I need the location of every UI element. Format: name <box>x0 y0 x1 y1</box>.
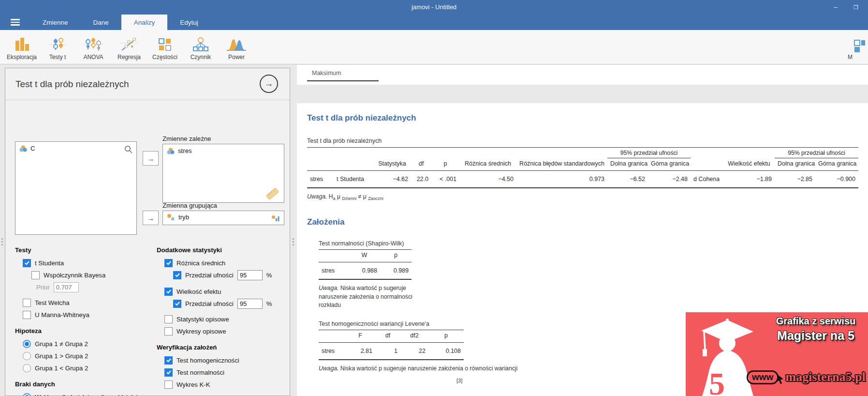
col-header: df2 <box>400 330 428 343</box>
radio-icon[interactable] <box>23 393 31 396</box>
section-title-dodatkowe: Dodatkowe statystyki <box>157 246 286 254</box>
watermark-domain: magisterna5.pl <box>785 370 865 384</box>
analysis-options-panel: Test t dla prób niezależnych → C → Zmien… <box>5 68 290 396</box>
normality-table-caption: Test normalności (Shapiro-Wilk) <box>319 240 424 247</box>
assign-grouping-button[interactable]: → <box>143 211 159 225</box>
radio-grupa-not-equal[interactable]: Grupa 1 ≠ Grupa 2 <box>23 338 149 350</box>
watermark-graphic: 5 Grafika z serwisu Magister na 5 www ma… <box>686 312 868 396</box>
normality-table: Test normalności (Shapiro-Wilk) W p stre… <box>319 240 424 310</box>
section-title-tests: Testy <box>15 246 149 254</box>
col-header: Dolna granica <box>607 158 648 171</box>
checkbox-icon[interactable] <box>164 315 173 323</box>
power-icon <box>226 34 247 53</box>
checkbox-icon[interactable] <box>23 259 31 267</box>
modules-icon <box>848 34 865 53</box>
list-item[interactable]: stres <box>163 144 284 157</box>
normality-table-note: Uwaga. Niska wartość p sugeruje naruszen… <box>319 284 424 310</box>
left-splitter-handle[interactable] <box>1 238 3 245</box>
ribbon-item-power[interactable]: Power <box>219 32 254 61</box>
anova-icon <box>84 34 103 53</box>
checkbox-icon[interactable] <box>164 356 173 365</box>
checkbox-icon[interactable] <box>164 259 173 267</box>
checkbox-wykresy-opisowe[interactable]: Wykresy opisowe <box>164 325 286 337</box>
checkbox-wykres-kk[interactable]: Wykres K-K <box>164 379 286 390</box>
checkbox-statystyki-opisowe[interactable]: Statystyki opisowe <box>164 313 286 325</box>
radio-grupa-less[interactable]: Grupa 1 < Grupa 2 <box>23 362 149 374</box>
ribbon-item-testy-t[interactable]: Testy t <box>40 32 75 61</box>
collapse-panel-button[interactable]: → <box>260 75 278 93</box>
maximize-button[interactable]: ❐ <box>849 2 863 13</box>
checkbox-icon[interactable] <box>23 299 31 307</box>
table-row: stres t Studenta −4.62 22.0 < .001 −4.50… <box>307 171 858 188</box>
prior-row: Prior <box>36 281 149 293</box>
row-variable: stres <box>307 171 334 188</box>
checkbox-test-normalnosci[interactable]: Test normalności <box>164 366 286 378</box>
checkbox-t-studenta[interactable]: t Studenta <box>23 257 149 269</box>
checkbox-icon[interactable] <box>164 368 173 377</box>
checkbox-przedzial-ufnosci-1[interactable]: Przedział ufności % <box>173 269 286 281</box>
title-bar: jamovi - Untitled – ❐ <box>0 0 868 15</box>
tab-edytuj[interactable]: Edytuj <box>167 15 211 30</box>
footnote-marker: [3] <box>456 378 462 383</box>
checkbox-icon[interactable] <box>164 288 173 296</box>
tab-zmienne[interactable]: Zmienne <box>30 15 81 30</box>
assumptions-heading: Założenia <box>307 217 344 227</box>
cell-ci-upper: −2.48 <box>648 171 691 188</box>
hamburger-menu-icon[interactable] <box>0 15 30 30</box>
checkbox-icon[interactable] <box>31 271 40 279</box>
panel-splitter-handle[interactable] <box>293 238 294 245</box>
ribbon-item-modules-clipped[interactable]: M <box>848 32 868 61</box>
ribbon-item-czestosci[interactable]: Częstości <box>147 32 183 61</box>
ttest-table-note: Uwaga. Ha μ Dzienni ≠ μ Zaoczni <box>307 193 858 201</box>
radio-icon[interactable] <box>23 340 31 348</box>
cell-p: < .001 <box>431 171 459 188</box>
radio-icon[interactable] <box>23 364 31 372</box>
checkbox-icon[interactable] <box>23 311 31 319</box>
col-header: df <box>375 330 400 343</box>
radio-wyklucz-oddzielnie[interactable]: Wyklucz dla każdej analizy oddzielnie <box>23 391 149 396</box>
tab-analizy[interactable]: Analizy <box>121 15 168 30</box>
ci-spanner-1: 95% przedział ufności <box>607 148 691 158</box>
checkbox-test-homogenicznosci[interactable]: Test homogeniczności <box>164 354 286 366</box>
radio-icon[interactable] <box>23 352 31 360</box>
checkbox-test-welcha[interactable]: Test Welcha <box>23 297 149 308</box>
checkbox-wielkosc-efektu[interactable]: Wielkość efektu <box>164 286 286 297</box>
bar-chart-icon <box>13 34 30 53</box>
checkbox-roznica-srednich[interactable]: Różnica średnich <box>164 257 286 269</box>
assign-dependent-button[interactable]: → <box>143 151 159 166</box>
list-item[interactable]: C <box>15 142 136 155</box>
ribbon-item-anova[interactable]: ANOVA <box>75 32 111 61</box>
tab-dane[interactable]: Dane <box>81 15 121 30</box>
checkbox-u-manna-whitneya[interactable]: U Manna-Whitneya <box>23 309 149 320</box>
regression-icon <box>120 34 138 53</box>
ci-input-1[interactable] <box>237 270 263 280</box>
checkbox-icon[interactable] <box>164 327 173 335</box>
col-header: p <box>428 330 464 343</box>
grouping-variable-box[interactable]: a tryb <box>162 211 284 225</box>
radio-grupa-greater[interactable]: Grupa 1 > Grupa 2 <box>23 350 149 362</box>
col-header: p <box>431 158 459 171</box>
ribbon-item-eksploracja[interactable]: Eksploracja <box>4 32 40 61</box>
minimize-button[interactable]: – <box>828 2 843 13</box>
checkbox-przedzial-ufnosci-2[interactable]: Przedział ufności % <box>173 298 286 309</box>
nominal-variable-icon: a <box>167 213 175 221</box>
list-item[interactable]: a tryb <box>163 211 284 223</box>
search-icon[interactable] <box>124 145 132 155</box>
prior-input[interactable] <box>54 282 79 292</box>
col-header: Wielkość efektu <box>723 158 775 171</box>
col-header: p <box>380 250 412 262</box>
checkbox-wspolczynnik-bayesa[interactable]: Współczynnik Bayesa <box>31 269 149 281</box>
main-menu-bar: Zmienne Dane Analizy Edytuj <box>0 15 868 30</box>
checkbox-icon[interactable] <box>173 271 181 279</box>
ribbon-item-czynnik[interactable]: Czynnik <box>183 32 219 61</box>
available-variables-list[interactable]: C <box>15 141 137 235</box>
checkbox-icon[interactable] <box>164 381 173 389</box>
frequencies-icon <box>157 34 173 53</box>
section-title-hipoteza: Hipoteza <box>15 327 149 335</box>
ribbon-item-regresja[interactable]: Regresja <box>111 32 147 61</box>
checkbox-icon[interactable] <box>173 300 181 308</box>
ci-input-2[interactable] <box>237 299 263 309</box>
cell-ci-lower: −6.52 <box>607 171 648 188</box>
levene-table: Test homogeniczności wariancji Levene'a … <box>319 320 534 373</box>
dependent-variables-box[interactable]: stres <box>162 144 284 203</box>
